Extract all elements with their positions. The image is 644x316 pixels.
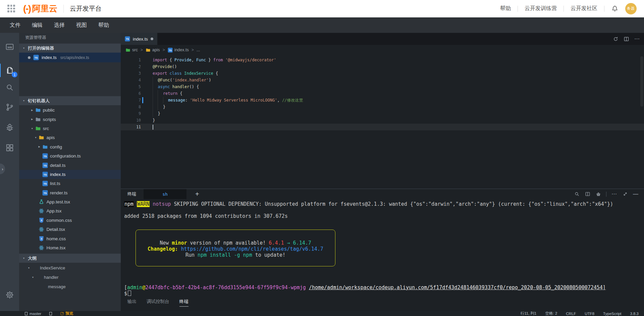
terminal-tab-sh[interactable]: sh (144, 189, 186, 199)
tree-item[interactable]: TSrender.ts (19, 188, 121, 197)
tree-item[interactable]: ▶public (19, 106, 121, 115)
activity-webide-icon[interactable]: WB (0, 39, 19, 55)
outline-item[interactable]: message (19, 282, 121, 291)
app-grid-icon[interactable] (7, 5, 15, 12)
project-section-header[interactable]: ▼ 钉钉机器人 (19, 96, 121, 105)
maximize-panel-icon[interactable] (622, 191, 628, 197)
terminal-toolbar: ⋯— (574, 189, 639, 199)
terminal-tab-label: sh (162, 192, 168, 197)
breadcrumb-item[interactable]: TSindex.ts (168, 48, 189, 53)
tree-item[interactable]: TSlist.ts (19, 179, 121, 188)
code-editor[interactable]: 1import { Provide, Func } from '@midwayj… (121, 55, 644, 190)
tree-item[interactable]: Detail.tsx (19, 225, 121, 234)
tree-item[interactable]: 3common.css (19, 216, 121, 225)
typescript-file-icon: TS (42, 172, 48, 177)
open-editors-label: 打开的编辑器 (28, 45, 54, 51)
sync-icon[interactable] (49, 312, 52, 315)
terminal-line: added 2518 packages from 1094 contributo… (124, 213, 642, 219)
search-icon[interactable] (574, 191, 580, 197)
status-item[interactable]: UTF8 (585, 312, 594, 316)
breadcrumb-item[interactable]: ... (197, 48, 200, 52)
outline-item[interactable]: ▼handler (19, 272, 121, 282)
terminal-line: [admin@2447dbfc-b5bf-42b4-ac8f-76dd3155e… (124, 285, 642, 291)
tree-item[interactable]: App.test.tsx (19, 197, 121, 206)
tree-item[interactable]: TSindex.ts (19, 170, 121, 179)
minimize-panel-icon[interactable]: — (633, 191, 639, 197)
breadcrumb-item[interactable]: apis (146, 48, 160, 53)
menu-item[interactable]: 视图 (70, 17, 93, 33)
tree-item[interactable]: ▶config (19, 142, 121, 151)
editor-scrollbar[interactable] (640, 56, 643, 107)
svg-text:TS: TS (44, 173, 47, 176)
tree-item[interactable]: TSdetail.ts (19, 161, 121, 170)
settings-gear-icon[interactable] (0, 287, 19, 303)
activity-source-control-icon[interactable] (0, 99, 19, 115)
activity-extensions-icon[interactable] (0, 140, 19, 156)
line-number: 9 (121, 110, 141, 117)
tree-item-label: configuration.ts (50, 153, 81, 159)
header-link[interactable]: 帮助 (500, 5, 511, 12)
chevron-down-icon[interactable]: ▼ (34, 136, 37, 139)
status-item[interactable]: 行11, 列1 (521, 311, 537, 316)
split-terminal-icon[interactable] (585, 191, 590, 197)
status-item[interactable]: CRLF (566, 312, 576, 316)
clear-terminal-icon[interactable] (595, 191, 601, 197)
preview-button[interactable]: 预览 (60, 311, 73, 316)
status-item[interactable]: 3.8.3 (630, 312, 639, 316)
status-item[interactable]: 空格: 2 (545, 311, 557, 316)
add-terminal-icon[interactable]: + (195, 191, 200, 197)
menu-item[interactable]: 编辑 (26, 17, 48, 33)
tree-item[interactable]: 3home.css (19, 234, 121, 243)
open-editors-header[interactable]: ▼ 打开的编辑器 (19, 44, 121, 53)
split-editor-icon[interactable] (624, 36, 629, 42)
menu-item[interactable]: 帮助 (93, 17, 115, 33)
chevron-right-icon[interactable]: ▶ (38, 145, 41, 148)
tree-item[interactable]: ▼apis (19, 133, 121, 142)
editor-tab-index-ts[interactable]: TS index.ts (121, 33, 157, 45)
line-number: 7 (121, 97, 141, 104)
tree-item-label: apis (46, 135, 55, 140)
chevron-right-icon[interactable]: ▶ (31, 109, 34, 112)
tree-item[interactable]: ▼src (19, 124, 121, 133)
panel-tab-active[interactable]: 终端 (179, 297, 189, 307)
open-editor-item[interactable]: TS index.ts src/apis/index.ts (19, 53, 121, 62)
tree-item[interactable]: App.tsx (19, 206, 121, 215)
chevron-down-icon[interactable]: ▼ (31, 276, 35, 278)
terminal-output[interactable]: npm WARN notsup SKIPPING OPTIONAL DEPEND… (124, 199, 642, 296)
header-link[interactable]: 云开发训练营 (525, 5, 557, 12)
activity-debug-icon[interactable] (0, 120, 19, 136)
more-actions-icon[interactable]: ⋯ (611, 191, 617, 197)
breadcrumb-item[interactable]: src (125, 48, 138, 53)
header-separator (518, 6, 518, 12)
chevron-down-icon[interactable]: ▼ (31, 127, 34, 130)
aliyun-logo[interactable]: (-) 阿里云 (23, 4, 57, 13)
menu-item[interactable]: 选择 (48, 17, 70, 33)
activity-files-icon[interactable]: 1 (0, 62, 19, 78)
src-folder-icon (35, 126, 41, 131)
react-file-icon (39, 208, 44, 214)
more-actions-icon[interactable]: ⋯ (634, 36, 640, 42)
tree-item[interactable]: ▶scripts (19, 115, 121, 124)
outline-item[interactable]: ▼IndexService (19, 263, 121, 272)
status-item[interactable]: TypeScript (603, 312, 621, 316)
top-header: (-) 阿里云 云开发平台 帮助云开发训练营云开发社区 务器 (0, 0, 644, 17)
tree-item-label: scripts (43, 117, 56, 122)
sync-icon[interactable] (613, 36, 619, 42)
bell-icon[interactable] (611, 5, 619, 12)
expand-sidebar-icon[interactable]: › (0, 164, 5, 174)
tree-item[interactable]: TSconfiguration.ts (19, 151, 121, 161)
chevron-right-icon[interactable]: ▶ (31, 118, 34, 121)
panel-tab-item[interactable]: 调试控制台 (147, 297, 169, 307)
tree-item[interactable]: Home.tsx (19, 243, 121, 252)
outline-section-header[interactable]: ▼ 大纲 (19, 254, 121, 263)
panel-tab-item[interactable]: 输出 (127, 297, 137, 307)
chevron-down-icon[interactable]: ▼ (27, 267, 31, 269)
header-link[interactable]: 云开发社区 (571, 5, 597, 12)
menu-item[interactable]: 文件 (4, 17, 26, 33)
terminal-line: Run npm install -g npm to update! (136, 252, 335, 258)
activity-search-icon[interactable] (0, 79, 19, 96)
avatar[interactable]: 务器 (625, 3, 637, 14)
status-bar-left: master 预览 (0, 311, 73, 316)
tree-item-label: src (43, 126, 49, 131)
git-branch-item[interactable]: master (25, 312, 41, 316)
